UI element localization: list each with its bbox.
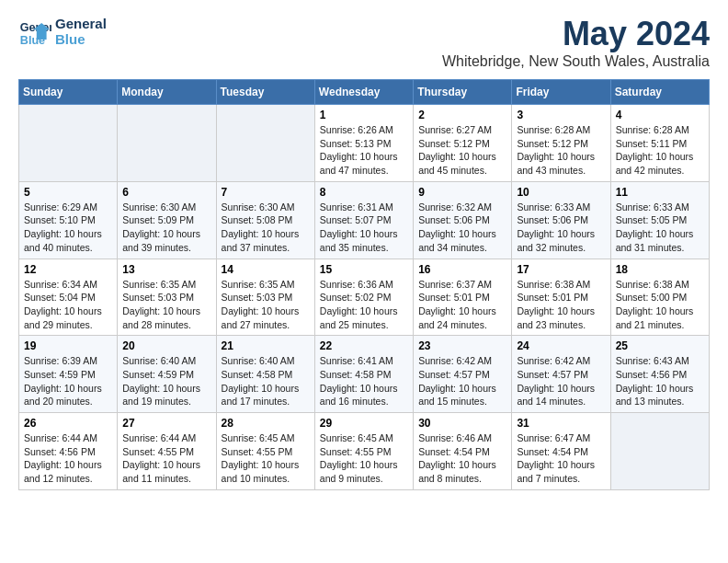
calendar-cell: 27Sunrise: 6:44 AMSunset: 4:55 PMDayligh… — [118, 413, 216, 490]
month-title: May 2024 — [442, 15, 710, 53]
calendar-cell: 1Sunrise: 6:26 AMSunset: 5:13 PMDaylight… — [314, 105, 413, 182]
calendar-cell: 2Sunrise: 6:27 AMSunset: 5:12 PMDaylight… — [414, 105, 512, 182]
day-number: 28 — [222, 417, 310, 430]
day-number: 5 — [24, 186, 112, 199]
day-info: Sunrise: 6:46 AMSunset: 4:54 PMDaylight:… — [418, 431, 506, 486]
calendar-cell: 21Sunrise: 6:40 AMSunset: 4:58 PMDayligh… — [216, 336, 314, 413]
day-info: Sunrise: 6:40 AMSunset: 4:58 PMDaylight:… — [222, 354, 310, 408]
location-title: Whitebridge, New South Wales, Australia — [442, 53, 710, 70]
calendar-week-3: 12Sunrise: 6:34 AMSunset: 5:04 PMDayligh… — [19, 259, 710, 336]
calendar-cell: 22Sunrise: 6:41 AMSunset: 4:58 PMDayligh… — [314, 336, 413, 413]
day-info: Sunrise: 6:44 AMSunset: 4:55 PMDaylight:… — [122, 431, 210, 486]
day-info: Sunrise: 6:41 AMSunset: 4:58 PMDaylight:… — [320, 354, 408, 408]
day-info: Sunrise: 6:40 AMSunset: 4:59 PMDaylight:… — [122, 354, 210, 408]
day-number: 24 — [517, 339, 605, 352]
day-number: 27 — [122, 417, 210, 430]
day-number: 7 — [222, 186, 310, 199]
day-info: Sunrise: 6:38 AMSunset: 5:01 PMDaylight:… — [517, 278, 605, 332]
day-number: 31 — [517, 417, 605, 430]
day-info: Sunrise: 6:30 AMSunset: 5:08 PMDaylight:… — [222, 201, 310, 255]
title-block: May 2024 Whitebridge, New South Wales, A… — [442, 15, 710, 70]
day-info: Sunrise: 6:31 AMSunset: 5:07 PMDaylight:… — [320, 201, 408, 255]
day-info: Sunrise: 6:35 AMSunset: 5:03 PMDaylight:… — [122, 278, 210, 332]
day-number: 10 — [517, 186, 605, 199]
day-number: 19 — [24, 339, 112, 352]
day-info: Sunrise: 6:33 AMSunset: 5:06 PMDaylight:… — [517, 201, 605, 255]
logo-icon: General Blue — [18, 15, 51, 48]
calendar-week-1: 1Sunrise: 6:26 AMSunset: 5:13 PMDaylight… — [19, 105, 710, 182]
calendar-table: SundayMondayTuesdayWednesdayThursdayFrid… — [18, 79, 710, 490]
weekday-header-row: SundayMondayTuesdayWednesdayThursdayFrid… — [19, 80, 710, 105]
calendar-week-4: 19Sunrise: 6:39 AMSunset: 4:59 PMDayligh… — [19, 336, 710, 413]
calendar-cell: 19Sunrise: 6:39 AMSunset: 4:59 PMDayligh… — [19, 336, 118, 413]
calendar-cell: 18Sunrise: 6:38 AMSunset: 5:00 PMDayligh… — [610, 259, 709, 336]
day-number: 29 — [320, 417, 408, 430]
day-info: Sunrise: 6:33 AMSunset: 5:05 PMDaylight:… — [616, 201, 704, 255]
weekday-header-thursday: Thursday — [414, 80, 512, 105]
calendar-cell: 12Sunrise: 6:34 AMSunset: 5:04 PMDayligh… — [19, 259, 118, 336]
calendar-week-2: 5Sunrise: 6:29 AMSunset: 5:10 PMDaylight… — [19, 181, 710, 259]
calendar-cell: 29Sunrise: 6:45 AMSunset: 4:55 PMDayligh… — [314, 413, 413, 490]
day-info: Sunrise: 6:30 AMSunset: 5:09 PMDaylight:… — [122, 201, 210, 255]
calendar-cell: 24Sunrise: 6:42 AMSunset: 4:57 PMDayligh… — [512, 336, 610, 413]
day-number: 4 — [616, 109, 704, 121]
day-info: Sunrise: 6:42 AMSunset: 4:57 PMDaylight:… — [517, 354, 605, 408]
calendar-cell: 15Sunrise: 6:36 AMSunset: 5:02 PMDayligh… — [314, 259, 413, 336]
calendar-cell: 28Sunrise: 6:45 AMSunset: 4:55 PMDayligh… — [216, 413, 314, 490]
calendar-cell: 14Sunrise: 6:35 AMSunset: 5:03 PMDayligh… — [216, 259, 314, 336]
weekday-header-saturday: Saturday — [610, 80, 709, 105]
day-info: Sunrise: 6:44 AMSunset: 4:56 PMDaylight:… — [24, 431, 112, 486]
calendar-cell: 30Sunrise: 6:46 AMSunset: 4:54 PMDayligh… — [414, 413, 512, 490]
day-info: Sunrise: 6:28 AMSunset: 5:12 PMDaylight:… — [517, 123, 605, 178]
day-info: Sunrise: 6:37 AMSunset: 5:01 PMDaylight:… — [418, 278, 506, 332]
calendar-cell: 13Sunrise: 6:35 AMSunset: 5:03 PMDayligh… — [118, 259, 216, 336]
calendar-cell — [216, 105, 314, 182]
day-number: 22 — [320, 339, 408, 352]
day-info: Sunrise: 6:45 AMSunset: 4:55 PMDaylight:… — [222, 431, 310, 486]
logo-blue: Blue — [55, 31, 107, 47]
day-number: 26 — [24, 417, 112, 430]
day-number: 6 — [122, 186, 210, 199]
calendar-cell: 7Sunrise: 6:30 AMSunset: 5:08 PMDaylight… — [216, 181, 314, 259]
calendar-cell: 4Sunrise: 6:28 AMSunset: 5:11 PMDaylight… — [610, 105, 709, 182]
day-info: Sunrise: 6:27 AMSunset: 5:12 PMDaylight:… — [418, 123, 506, 178]
calendar-cell: 20Sunrise: 6:40 AMSunset: 4:59 PMDayligh… — [118, 336, 216, 413]
day-number: 3 — [517, 109, 605, 121]
day-number: 8 — [320, 186, 408, 199]
day-info: Sunrise: 6:47 AMSunset: 4:54 PMDaylight:… — [517, 431, 605, 486]
calendar-cell: 23Sunrise: 6:42 AMSunset: 4:57 PMDayligh… — [414, 336, 512, 413]
day-info: Sunrise: 6:28 AMSunset: 5:11 PMDaylight:… — [616, 123, 704, 178]
calendar-week-5: 26Sunrise: 6:44 AMSunset: 4:56 PMDayligh… — [19, 413, 710, 490]
calendar-cell: 3Sunrise: 6:28 AMSunset: 5:12 PMDaylight… — [512, 105, 610, 182]
day-info: Sunrise: 6:43 AMSunset: 4:56 PMDaylight:… — [616, 354, 704, 408]
calendar-cell: 10Sunrise: 6:33 AMSunset: 5:06 PMDayligh… — [512, 181, 610, 259]
calendar-cell: 16Sunrise: 6:37 AMSunset: 5:01 PMDayligh… — [414, 259, 512, 336]
day-number: 25 — [616, 339, 704, 352]
day-info: Sunrise: 6:35 AMSunset: 5:03 PMDaylight:… — [222, 278, 310, 332]
day-number: 17 — [517, 263, 605, 276]
calendar-cell: 31Sunrise: 6:47 AMSunset: 4:54 PMDayligh… — [512, 413, 610, 490]
day-number: 18 — [616, 263, 704, 276]
day-info: Sunrise: 6:29 AMSunset: 5:10 PMDaylight:… — [24, 201, 112, 255]
day-number: 9 — [418, 186, 506, 199]
day-number: 13 — [122, 263, 210, 276]
day-number: 12 — [24, 263, 112, 276]
logo-general: General — [55, 16, 107, 31]
day-number: 23 — [418, 339, 506, 352]
weekday-header-sunday: Sunday — [19, 80, 118, 105]
day-number: 21 — [222, 339, 310, 352]
weekday-header-monday: Monday — [118, 80, 216, 105]
day-info: Sunrise: 6:39 AMSunset: 4:59 PMDaylight:… — [24, 354, 112, 408]
calendar-cell: 17Sunrise: 6:38 AMSunset: 5:01 PMDayligh… — [512, 259, 610, 336]
day-info: Sunrise: 6:36 AMSunset: 5:02 PMDaylight:… — [320, 278, 408, 332]
day-number: 14 — [222, 263, 310, 276]
day-info: Sunrise: 6:26 AMSunset: 5:13 PMDaylight:… — [320, 123, 408, 178]
weekday-header-tuesday: Tuesday — [216, 80, 314, 105]
day-number: 30 — [418, 417, 506, 430]
calendar-cell: 6Sunrise: 6:30 AMSunset: 5:09 PMDaylight… — [118, 181, 216, 259]
day-number: 16 — [418, 263, 506, 276]
calendar-cell — [610, 413, 709, 490]
day-info: Sunrise: 6:34 AMSunset: 5:04 PMDaylight:… — [24, 278, 112, 332]
day-info: Sunrise: 6:38 AMSunset: 5:00 PMDaylight:… — [616, 278, 704, 332]
calendar-cell: 25Sunrise: 6:43 AMSunset: 4:56 PMDayligh… — [610, 336, 709, 413]
